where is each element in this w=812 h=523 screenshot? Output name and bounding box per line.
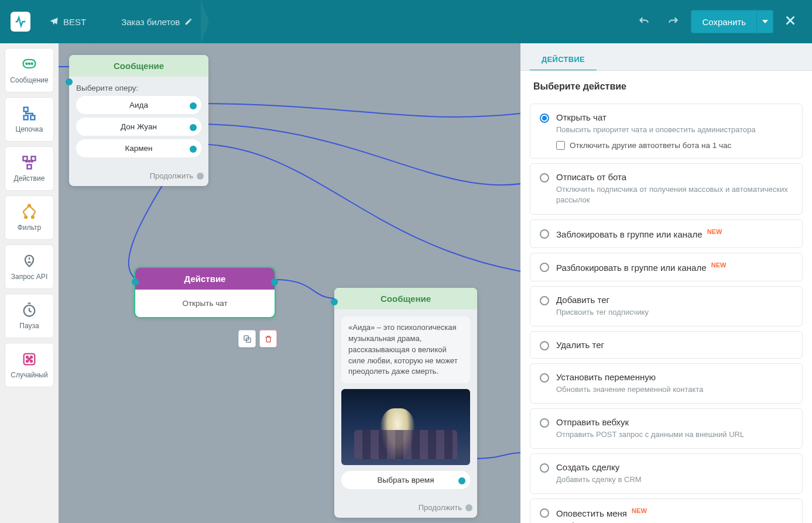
radio-icon (540, 418, 549, 428)
port-out[interactable] (458, 477, 465, 484)
option-row-0[interactable]: Аида (76, 96, 201, 114)
topbar-right: Сохранить (632, 10, 801, 33)
continue-label: Продолжить (419, 503, 462, 512)
svg-point-18 (26, 356, 28, 358)
port-out[interactable] (190, 102, 197, 109)
port-out-continue[interactable] (465, 504, 472, 511)
panel-tab[interactable]: ДЕЙСТВИЕ (530, 47, 597, 71)
option-row-1[interactable]: Дон Жуан (76, 118, 201, 136)
svg-point-1 (26, 63, 27, 64)
action-option-1[interactable]: Отписать от ботаОтключить подписчика от … (530, 163, 803, 214)
action-option-9[interactable]: Оповестить меня NEWСообщение в Telegram … (530, 498, 803, 523)
node-action[interactable]: Действие Открыть чат (135, 268, 275, 317)
radio-icon (540, 373, 549, 383)
option-label: Аида (129, 101, 148, 109)
topbar: BEST Заказ билетов Сохранить (0, 0, 812, 43)
radio-icon (540, 263, 549, 272)
action-body: Открыть чат (135, 290, 275, 317)
copy-button[interactable] (238, 330, 256, 347)
node-body: Выберите оперу: АидаДон ЖуанКармен (69, 77, 208, 168)
svg-point-2 (29, 63, 30, 64)
option-button[interactable]: Выбрать время (341, 471, 470, 489)
prompt-text: Выберите оперу: (76, 84, 201, 92)
node-body: «Аида» – это психологическая музыкальная… (334, 309, 477, 500)
action-option-5[interactable]: Удалить тег (530, 331, 803, 359)
action-option-0[interactable]: Открыть чатПовысить приоритет чата и опо… (530, 104, 803, 159)
radio-icon (540, 113, 549, 123)
option-name: Добавить тег (556, 295, 793, 305)
save-dropdown[interactable] (757, 10, 773, 33)
port-out[interactable] (190, 124, 197, 131)
node-title: Сообщение (334, 288, 477, 309)
option-desc: Отключить подписчика от получения массов… (556, 184, 793, 205)
option-row-2[interactable]: Кармен (76, 139, 201, 157)
message-text: «Аида» – это психологическая музыкальная… (341, 316, 470, 383)
action-option-6[interactable]: Установить переменнуюОбновить значение п… (530, 363, 803, 404)
svg-point-21 (30, 360, 32, 362)
svg-rect-4 (24, 108, 28, 112)
continue-label: Продолжить (150, 171, 193, 180)
option-desc: Обновить значение переменной контакта (556, 384, 793, 395)
sidebar-item-0[interactable]: Сообщение (5, 48, 54, 92)
radio-icon (540, 341, 549, 350)
radio-icon (540, 296, 549, 305)
checkbox-row[interactable]: Отключить другие автоответы бота на 1 ча… (556, 141, 793, 150)
node-message-2[interactable]: Сообщение «Аида» – это психологическая м… (334, 288, 477, 518)
panel-title: Выберите действие (520, 71, 812, 99)
option-label: Дон Жуан (121, 122, 157, 131)
option-name: Установить переменную (556, 372, 793, 382)
breadcrumb-flow[interactable]: Заказ билетов (113, 0, 201, 43)
sidebar: СообщениеЦепочкаДействиеФильтрЗапрос API… (0, 43, 59, 523)
svg-point-19 (30, 356, 32, 358)
node-toolbar (238, 330, 277, 347)
sidebar-item-2[interactable]: Действие (5, 146, 54, 191)
sidebar-item-3[interactable]: Фильтр (5, 195, 54, 240)
sidebar-label: Цепочка (16, 125, 43, 133)
action-option-4[interactable]: Добавить тегПрисвоить тег подписчику (530, 286, 803, 326)
canvas[interactable]: Сообщение Выберите оперу: АидаДон ЖуанКа… (59, 43, 520, 523)
undo-button[interactable] (632, 10, 656, 33)
redo-button[interactable] (662, 10, 685, 33)
delete-button[interactable] (259, 330, 277, 347)
pencil-icon[interactable] (184, 18, 193, 26)
sidebar-label: Фильтр (18, 223, 41, 232)
port-in[interactable] (331, 298, 338, 305)
option-name: Отписать от бота (556, 172, 793, 182)
port-out[interactable] (271, 278, 278, 285)
svg-point-22 (28, 358, 30, 360)
port-out[interactable] (190, 146, 197, 153)
disable-autoreply-checkbox[interactable] (556, 141, 565, 150)
new-badge: NEW (632, 507, 647, 514)
action-option-3[interactable]: Разблокировать в группе или канале NEW (530, 253, 803, 281)
breadcrumb-bot[interactable]: BEST (41, 0, 94, 43)
node-title: Действие (135, 268, 275, 290)
node-title: Сообщение (69, 55, 208, 77)
continue-row[interactable]: Продолжить (69, 168, 208, 186)
radio-icon (540, 229, 549, 239)
topbar-left: BEST Заказ билетов (11, 0, 201, 43)
save-button[interactable]: Сохранить (691, 10, 757, 33)
node-message-1[interactable]: Сообщение Выберите оперу: АидаДон ЖуанКа… (69, 55, 208, 186)
main: СообщениеЦепочкаДействиеФильтрЗапрос API… (0, 43, 812, 523)
continue-row[interactable]: Продолжить (334, 500, 477, 518)
action-option-8[interactable]: Создать сделкуДобавить сделку в CRM (530, 453, 803, 494)
sidebar-item-5[interactable]: Пауза (5, 294, 54, 338)
port-out-continue[interactable] (197, 173, 204, 180)
svg-rect-6 (30, 116, 35, 120)
port-in[interactable] (132, 278, 139, 285)
option-name: Удалить тег (556, 340, 793, 350)
radio-icon (540, 508, 549, 518)
port-in[interactable] (66, 78, 73, 85)
action-option-2[interactable]: Заблокировать в группе или канале NEW (530, 219, 803, 248)
action-option-7[interactable]: Отправить вебхукОтправить POST запрос с … (530, 408, 803, 449)
message-image (341, 389, 470, 465)
sidebar-item-6[interactable]: Случайный (5, 343, 54, 387)
app-logo[interactable] (11, 12, 30, 32)
svg-point-13 (28, 205, 30, 207)
new-badge: NEW (707, 228, 722, 235)
sidebar-item-4[interactable]: Запрос API (5, 245, 54, 289)
option-label: Выбрать время (378, 476, 434, 484)
flow-name-label: Заказ билетов (121, 17, 180, 27)
close-button[interactable] (779, 13, 801, 31)
sidebar-item-1[interactable]: Цепочка (5, 97, 54, 142)
